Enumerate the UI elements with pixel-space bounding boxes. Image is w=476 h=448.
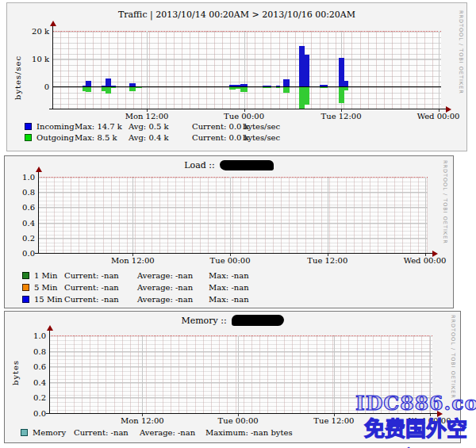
x-tick-label: Wed 00:00 — [404, 256, 447, 265]
gridline-major-horizontal — [38, 238, 428, 239]
x-axis-arrow-icon — [446, 106, 451, 113]
legend-stat: Average: -nan — [137, 271, 209, 280]
gridline-major-vertical — [328, 177, 328, 253]
load-plot-area — [38, 177, 428, 254]
redacted-hostname — [220, 160, 274, 170]
y-tick-label: 0.4 — [10, 219, 35, 228]
legend-stat: Current: 0.0 k — [192, 133, 243, 142]
rrdtool-watermark: RRDTOOL / TOBI OETIKER — [458, 10, 464, 94]
outgoing-bar — [263, 87, 271, 88]
legend-row: 15 MinCurrent: -nanAverage: -nanMax: -na… — [22, 295, 249, 304]
legend-swatch — [22, 284, 29, 291]
gridline-major-horizontal — [52, 59, 441, 59]
y-tick-label: 0.2 — [21, 393, 46, 402]
gridline-major-horizontal — [49, 366, 432, 367]
y-tick-label: 0.0 — [10, 249, 35, 258]
legend-label: Incoming — [36, 122, 75, 131]
y-tick-label: 1.0 — [10, 173, 35, 182]
legend-swatch — [25, 134, 32, 141]
legend-row: IncomingMax: 14.7 kAvg: 0.5 kCurrent: 0.… — [25, 122, 280, 131]
legend-stat: bytes/sec — [243, 122, 280, 131]
legend-stat: Max: -nan — [209, 295, 249, 304]
memory-title-text: Memory :: — [181, 316, 226, 326]
y-tick-label: 10 k — [24, 55, 49, 63]
incoming-bar — [339, 58, 344, 86]
outgoing-bar — [320, 87, 328, 88]
legend-stat: Max: 8.5 k — [75, 133, 129, 142]
x-tick-label: Tue 00:00 — [218, 416, 259, 425]
traffic-y-axis-unit: bytes/sec — [13, 56, 22, 100]
outgoing-bar — [136, 87, 142, 88]
x-tick-label: Tue 12:00 — [307, 256, 347, 265]
rrdtool-watermark: RRDTOOL / TOBI OETIKER — [450, 315, 456, 399]
gridline-major-vertical — [334, 335, 335, 413]
legend-swatch — [25, 123, 32, 130]
gridline-major-vertical — [230, 177, 231, 253]
outgoing-bar — [339, 87, 344, 103]
y-axis — [49, 331, 50, 413]
gridline-major-vertical — [238, 335, 239, 413]
legend-stat: Current: -nan — [74, 428, 140, 437]
x-tick-label: Tue 00:00 — [224, 112, 264, 121]
outgoing-bar — [129, 87, 136, 91]
traffic-graph-panel: Traffic | 2013/10/14 00:20AM > 2013/10/1… — [6, 2, 467, 151]
rrdtool-watermark: RRDTOOL / TOBI OETIKER — [442, 160, 448, 244]
y-axis — [38, 172, 39, 253]
legend-stat: Current: -nan — [64, 295, 137, 304]
legend-stat: Max: 14.7 k — [75, 122, 129, 131]
outgoing-bar — [305, 87, 309, 105]
legend-stat: Avg: 0.5 k — [129, 122, 192, 131]
gridline-major-horizontal — [38, 223, 428, 224]
y-tick-label: 0.8 — [10, 188, 35, 197]
x-axis-arrow-icon — [432, 251, 438, 257]
load-title-text: Load :: — [184, 160, 214, 170]
legend-row: 5 MinCurrent: -nanAverage: -nanMax: -nan — [22, 283, 249, 292]
memory-y-axis-unit: bytes — [11, 360, 20, 385]
outgoing-bar — [229, 87, 236, 90]
site-watermark-chinese: 免费国外空间 — [355, 412, 476, 448]
zero-line — [52, 86, 441, 87]
gridline-major-vertical — [425, 177, 426, 253]
memory-title: Memory :: — [5, 316, 460, 327]
y-tick-label: 0.6 — [21, 362, 46, 371]
incoming-bar — [299, 46, 305, 86]
gridline-major-vertical — [132, 177, 133, 253]
x-tick-label: Tue 00:00 — [210, 256, 251, 265]
incoming-bar — [344, 81, 348, 86]
legend-stat: Max: -nan — [209, 283, 249, 292]
legend-row: 1 MinCurrent: -nanAverage: -nanMax: -nan — [22, 271, 249, 280]
redacted-hostname — [232, 315, 284, 326]
load-title: Load :: — [5, 160, 453, 171]
x-tick-label: Wed 00:00 — [417, 112, 460, 121]
load-graph-panel: Load :: RRDTOOL / TOBI OETIKER 1.00.80.6… — [4, 155, 454, 308]
outgoing-bar — [106, 87, 111, 94]
legend-label: 5 Min — [34, 283, 64, 292]
y-axis-arrow-icon — [50, 21, 56, 26]
legend-swatch — [22, 272, 29, 279]
legend-stat: Current: -nan — [64, 283, 137, 292]
legend-swatch — [21, 429, 28, 436]
x-tick-label: Mon 12:00 — [121, 416, 164, 425]
x-tick-label: Tue 12:00 — [313, 416, 354, 425]
outgoing-bar — [240, 87, 248, 92]
outgoing-bar — [283, 87, 290, 93]
outgoing-bar — [299, 87, 305, 109]
y-tick-label: 0.6 — [10, 203, 35, 212]
y-axis-arrow-icon — [47, 325, 53, 331]
legend-stat: Average: -nan — [137, 283, 209, 292]
legend-stat: Current: 0.0 k — [192, 122, 243, 131]
y-tick-label: 0.2 — [10, 234, 35, 243]
outgoing-bar — [86, 87, 91, 92]
y-tick-label: 20 k — [24, 27, 49, 36]
y-tick-label: 1.0 — [21, 331, 46, 340]
legend-stat: Maximum: -nan bytes — [205, 428, 293, 437]
legend-label: 15 Min — [34, 295, 64, 304]
legend-label: Memory — [33, 428, 74, 437]
y-axis — [52, 26, 53, 109]
legend-stat: Avg: 0.4 k — [129, 133, 192, 142]
x-tick-label: Mon 12:00 — [125, 112, 169, 121]
y-tick-label: 0.0 — [21, 409, 46, 418]
x-tick-label: Mon 12:00 — [111, 256, 155, 265]
legend-stat: Max: -nan — [209, 271, 249, 280]
legend-stat: Average: -nan — [140, 428, 205, 437]
